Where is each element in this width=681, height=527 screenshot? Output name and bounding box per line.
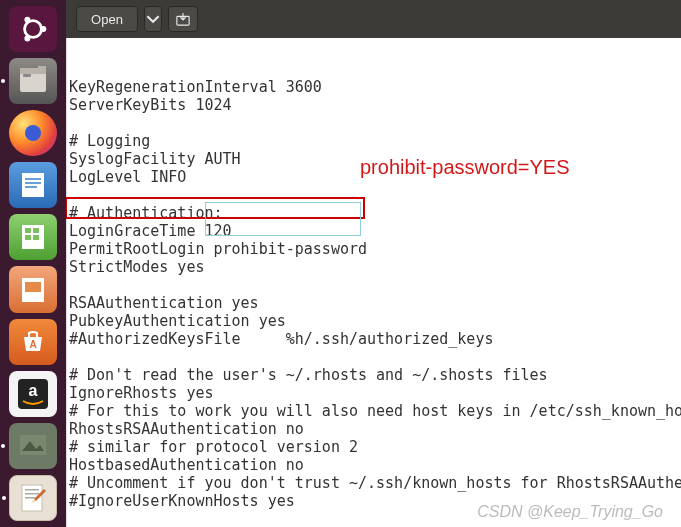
svg-rect-9: [22, 173, 44, 197]
editor-line: [69, 276, 681, 294]
editor-line: LogLevel INFO: [69, 168, 681, 186]
editor-line: KeyRegenerationInterval 3600: [69, 78, 681, 96]
running-indicator: [1, 444, 5, 448]
svg-text:a: a: [29, 382, 38, 399]
editor-line: # similar for protocol version 2: [69, 438, 681, 456]
editor-line: [69, 510, 681, 527]
svg-point-1: [40, 26, 46, 32]
editor-toolbar: Open: [66, 0, 681, 38]
svg-text:A: A: [29, 339, 36, 350]
impress-icon: [18, 275, 48, 305]
editor-line: StrictModes yes: [69, 258, 681, 276]
running-indicator: [2, 496, 6, 500]
launcher-firefox[interactable]: [9, 110, 57, 156]
chevron-down-icon: [146, 12, 160, 26]
svg-rect-15: [33, 228, 39, 233]
editor-line: # For this to work you will also need ho…: [69, 402, 681, 420]
launcher-ubuntu-software[interactable]: A: [9, 319, 57, 365]
save-icon: [176, 12, 190, 26]
launcher-wallpaper[interactable]: [9, 423, 57, 469]
amazon-icon: a: [16, 377, 50, 411]
editor-line: # Don't read the user's ~/.rhosts and ~/…: [69, 366, 681, 384]
svg-rect-11: [25, 182, 41, 184]
launcher-files[interactable]: [9, 58, 57, 104]
text-editor-icon: [16, 481, 50, 515]
svg-point-0: [25, 21, 42, 38]
text-area[interactable]: KeyRegenerationInterval 3600ServerKeyBit…: [67, 38, 681, 527]
firefox-icon: [16, 116, 50, 150]
svg-rect-12: [25, 186, 37, 188]
svg-rect-25: [25, 489, 39, 491]
launcher-libreoffice-impress[interactable]: [9, 266, 57, 312]
svg-rect-16: [25, 235, 31, 240]
svg-point-2: [24, 17, 30, 23]
svg-point-3: [24, 35, 30, 41]
svg-rect-27: [25, 497, 35, 499]
editor-line: SyslogFacility AUTH: [69, 150, 681, 168]
editor-line: PubkeyAuthentication yes: [69, 312, 681, 330]
running-indicator: [1, 79, 5, 83]
ubuntu-logo-icon: [18, 14, 48, 44]
svg-rect-14: [25, 228, 31, 233]
svg-point-8: [25, 125, 41, 141]
software-icon: A: [18, 327, 48, 357]
launcher-libreoffice-calc[interactable]: [9, 214, 57, 260]
editor-line: #IgnoreUserKnownHosts yes: [69, 492, 681, 510]
editor-line: [69, 348, 681, 366]
editor-line: ServerKeyBits 1024: [69, 96, 681, 114]
unity-launcher: A a: [0, 0, 66, 527]
launcher-libreoffice-writer[interactable]: [9, 162, 57, 208]
editor-line: HostbasedAuthentication no: [69, 456, 681, 474]
calc-icon: [18, 222, 48, 252]
wallpaper-icon: [16, 429, 50, 463]
save-button[interactable]: [168, 6, 198, 32]
editor-pane: KeyRegenerationInterval 3600ServerKeyBit…: [66, 38, 681, 527]
open-button[interactable]: Open: [76, 6, 138, 32]
svg-rect-26: [25, 493, 39, 495]
svg-rect-17: [33, 235, 39, 240]
svg-rect-6: [38, 66, 46, 70]
editor-line: IgnoreRhosts yes: [69, 384, 681, 402]
launcher-ubuntu-dash[interactable]: [9, 6, 57, 52]
editor-line: # Logging: [69, 132, 681, 150]
writer-icon: [18, 170, 48, 200]
editor-line: # Authentication:: [69, 204, 681, 222]
svg-rect-7: [23, 74, 31, 77]
open-menu-caret[interactable]: [144, 6, 162, 32]
svg-rect-10: [25, 178, 41, 180]
svg-rect-19: [25, 282, 41, 292]
editor-line: LoginGraceTime 120: [69, 222, 681, 240]
editor-line: # Uncomment if you don't trust ~/.ssh/kn…: [69, 474, 681, 492]
launcher-amazon[interactable]: a: [9, 371, 57, 417]
editor-line: RSAAuthentication yes: [69, 294, 681, 312]
editor-line: [69, 114, 681, 132]
launcher-text-editor[interactable]: [9, 475, 57, 521]
editor-line: PermitRootLogin prohibit-password: [69, 240, 681, 258]
files-icon: [16, 64, 50, 98]
editor-line: RhostsRSAAuthentication no: [69, 420, 681, 438]
editor-line: [69, 186, 681, 204]
editor-line: #AuthorizedKeysFile %h/.ssh/authorized_k…: [69, 330, 681, 348]
